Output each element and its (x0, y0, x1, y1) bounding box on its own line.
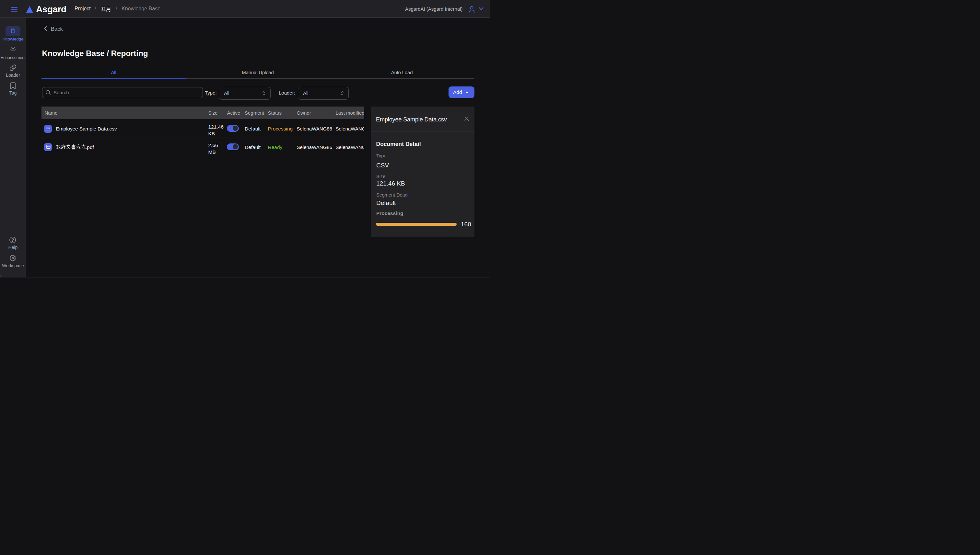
svg-text:CSV: CSV (46, 128, 50, 130)
svg-text:PDF: PDF (47, 146, 50, 148)
